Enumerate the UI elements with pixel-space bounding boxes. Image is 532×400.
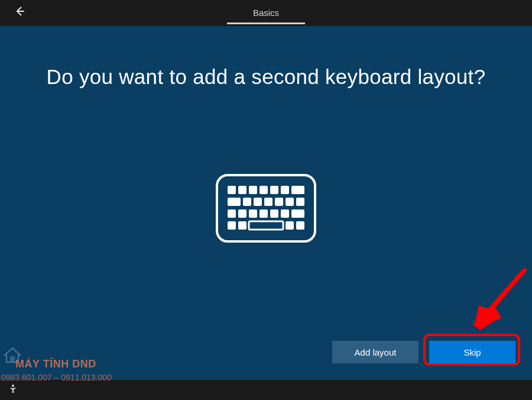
svg-point-37 <box>12 385 14 387</box>
button-row: Add layout Skip <box>332 341 515 363</box>
svg-rect-8 <box>291 186 304 194</box>
svg-rect-20 <box>270 209 278 218</box>
svg-rect-19 <box>259 209 268 218</box>
tab-row: Basics <box>0 0 532 26</box>
svg-rect-12 <box>264 198 273 206</box>
tab-basics[interactable]: Basics <box>227 2 305 24</box>
svg-rect-17 <box>238 209 246 218</box>
svg-rect-11 <box>254 198 262 206</box>
watermark-phone: 0983.601.007 – 0911.013.000 <box>1 373 112 382</box>
bottom-bar <box>0 380 532 400</box>
svg-rect-6 <box>270 186 278 194</box>
svg-rect-10 <box>243 198 251 206</box>
svg-rect-3 <box>238 186 246 194</box>
svg-rect-1 <box>217 175 315 241</box>
svg-rect-5 <box>259 186 268 194</box>
svg-rect-9 <box>228 198 241 206</box>
svg-rect-14 <box>286 198 294 206</box>
svg-rect-23 <box>228 221 236 230</box>
svg-rect-24 <box>238 221 246 230</box>
svg-rect-18 <box>249 209 257 218</box>
oobe-screen: Basics Do you want to add a second keybo… <box>0 0 532 400</box>
svg-rect-39 <box>10 356 15 362</box>
watermark-brand: MÁY TÍNH DND <box>15 358 96 370</box>
svg-rect-22 <box>291 209 304 218</box>
svg-rect-21 <box>281 209 289 218</box>
svg-rect-16 <box>228 209 236 218</box>
add-layout-button[interactable]: Add layout <box>332 341 419 363</box>
svg-rect-13 <box>275 198 283 206</box>
skip-button[interactable]: Skip <box>429 341 515 363</box>
svg-rect-25 <box>249 221 283 230</box>
svg-rect-27 <box>296 221 304 230</box>
page-title: Do you want to add a second keyboard lay… <box>0 65 532 89</box>
svg-rect-4 <box>249 186 257 194</box>
keyboard-icon <box>215 173 317 246</box>
svg-rect-7 <box>281 186 289 194</box>
svg-rect-15 <box>296 198 304 206</box>
main-content: Do you want to add a second keyboard lay… <box>0 26 532 380</box>
top-bar: Basics <box>0 0 532 26</box>
svg-rect-26 <box>286 221 294 230</box>
svg-rect-2 <box>228 186 236 194</box>
accessibility-icon[interactable] <box>8 384 18 396</box>
